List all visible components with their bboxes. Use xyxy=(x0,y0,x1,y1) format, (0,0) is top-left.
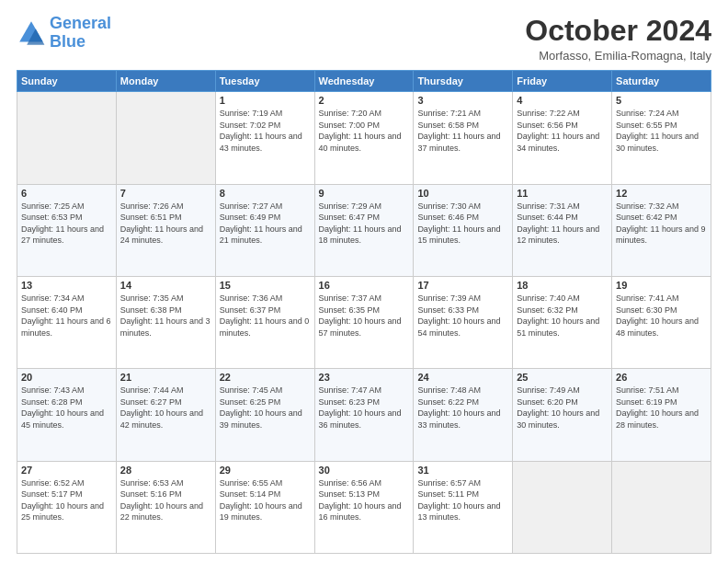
table-row: 12Sunrise: 7:32 AMSunset: 6:42 PMDayligh… xyxy=(612,184,711,276)
day-detail: Sunrise: 7:45 AMSunset: 6:25 PMDaylight:… xyxy=(220,385,311,431)
day-detail: Sunrise: 6:56 AMSunset: 5:13 PMDaylight:… xyxy=(319,477,410,523)
table-row xyxy=(116,92,215,184)
day-number: 14 xyxy=(120,280,211,291)
table-row: 5Sunrise: 7:24 AMSunset: 6:55 PMDaylight… xyxy=(612,92,711,184)
day-number: 28 xyxy=(120,465,211,476)
day-detail: Sunrise: 7:39 AMSunset: 6:33 PMDaylight:… xyxy=(417,293,508,339)
day-number: 31 xyxy=(417,465,508,476)
day-number: 4 xyxy=(517,95,608,106)
table-row: 11Sunrise: 7:31 AMSunset: 6:44 PMDayligh… xyxy=(513,184,612,276)
day-number: 21 xyxy=(120,372,211,383)
day-detail: Sunrise: 7:48 AMSunset: 6:22 PMDaylight:… xyxy=(417,385,508,431)
day-detail: Sunrise: 7:49 AMSunset: 6:20 PMDaylight:… xyxy=(517,385,608,431)
day-number: 2 xyxy=(319,95,410,106)
table-row: 26Sunrise: 7:51 AMSunset: 6:19 PMDayligh… xyxy=(612,369,711,461)
table-row: 27Sunrise: 6:52 AMSunset: 5:17 PMDayligh… xyxy=(17,461,117,553)
day-detail: Sunrise: 7:44 AMSunset: 6:27 PMDaylight:… xyxy=(120,385,211,431)
day-number: 24 xyxy=(417,372,508,383)
col-sunday: Sunday xyxy=(17,71,117,92)
table-row: 4Sunrise: 7:22 AMSunset: 6:56 PMDaylight… xyxy=(513,92,612,184)
table-row: 10Sunrise: 7:30 AMSunset: 6:46 PMDayligh… xyxy=(414,184,513,276)
day-detail: Sunrise: 7:40 AMSunset: 6:32 PMDaylight:… xyxy=(517,293,608,339)
table-row: 16Sunrise: 7:37 AMSunset: 6:35 PMDayligh… xyxy=(314,276,414,368)
col-saturday: Saturday xyxy=(612,71,711,92)
day-number: 19 xyxy=(616,280,707,291)
table-row: 23Sunrise: 7:47 AMSunset: 6:23 PMDayligh… xyxy=(314,369,414,461)
day-detail: Sunrise: 7:29 AMSunset: 6:47 PMDaylight:… xyxy=(319,201,410,247)
table-row: 6Sunrise: 7:25 AMSunset: 6:53 PMDaylight… xyxy=(17,184,117,276)
table-row: 21Sunrise: 7:44 AMSunset: 6:27 PMDayligh… xyxy=(116,369,215,461)
day-detail: Sunrise: 7:41 AMSunset: 6:30 PMDaylight:… xyxy=(616,293,707,339)
logo: General Blue xyxy=(17,15,111,52)
day-number: 6 xyxy=(21,188,112,199)
table-row: 20Sunrise: 7:43 AMSunset: 6:28 PMDayligh… xyxy=(17,369,117,461)
table-row: 7Sunrise: 7:26 AMSunset: 6:51 PMDaylight… xyxy=(116,184,215,276)
day-number: 18 xyxy=(517,280,608,291)
day-detail: Sunrise: 7:27 AMSunset: 6:49 PMDaylight:… xyxy=(220,201,311,247)
day-number: 22 xyxy=(220,372,311,383)
table-row xyxy=(612,461,711,553)
day-number: 23 xyxy=(319,372,410,383)
day-detail: Sunrise: 7:30 AMSunset: 6:46 PMDaylight:… xyxy=(417,201,508,247)
table-row: 3Sunrise: 7:21 AMSunset: 6:58 PMDaylight… xyxy=(414,92,513,184)
day-number: 5 xyxy=(616,95,707,106)
day-detail: Sunrise: 7:21 AMSunset: 6:58 PMDaylight:… xyxy=(417,108,508,154)
day-detail: Sunrise: 7:43 AMSunset: 6:28 PMDaylight:… xyxy=(21,385,112,431)
day-detail: Sunrise: 7:25 AMSunset: 6:53 PMDaylight:… xyxy=(21,201,112,247)
table-row: 17Sunrise: 7:39 AMSunset: 6:33 PMDayligh… xyxy=(414,276,513,368)
day-number: 9 xyxy=(319,188,410,199)
day-detail: Sunrise: 7:51 AMSunset: 6:19 PMDaylight:… xyxy=(616,385,707,431)
day-number: 7 xyxy=(120,188,211,199)
day-number: 12 xyxy=(616,188,707,199)
day-number: 17 xyxy=(417,280,508,291)
header: General Blue October 2024 Morfasso, Emil… xyxy=(17,15,711,63)
day-detail: Sunrise: 7:47 AMSunset: 6:23 PMDaylight:… xyxy=(319,385,410,431)
title-block: October 2024 Morfasso, Emilia-Romagna, I… xyxy=(525,15,711,63)
table-row: 25Sunrise: 7:49 AMSunset: 6:20 PMDayligh… xyxy=(513,369,612,461)
table-row: 28Sunrise: 6:53 AMSunset: 5:16 PMDayligh… xyxy=(116,461,215,553)
table-row: 18Sunrise: 7:40 AMSunset: 6:32 PMDayligh… xyxy=(513,276,612,368)
day-detail: Sunrise: 6:52 AMSunset: 5:17 PMDaylight:… xyxy=(21,477,112,523)
day-number: 10 xyxy=(417,188,508,199)
logo-line1: General xyxy=(50,14,111,32)
table-row xyxy=(17,92,117,184)
logo-icon xyxy=(17,18,46,48)
day-number: 13 xyxy=(21,280,112,291)
day-detail: Sunrise: 7:32 AMSunset: 6:42 PMDaylight:… xyxy=(616,201,707,247)
calendar-header-row: Sunday Monday Tuesday Wednesday Thursday… xyxy=(17,71,711,92)
page: General Blue October 2024 Morfasso, Emil… xyxy=(0,0,728,563)
day-detail: Sunrise: 7:20 AMSunset: 7:00 PMDaylight:… xyxy=(319,108,410,154)
day-number: 27 xyxy=(21,465,112,476)
day-number: 30 xyxy=(319,465,410,476)
day-detail: Sunrise: 7:19 AMSunset: 7:02 PMDaylight:… xyxy=(220,108,311,154)
day-detail: Sunrise: 7:37 AMSunset: 6:35 PMDaylight:… xyxy=(319,293,410,339)
day-number: 29 xyxy=(220,465,311,476)
table-row: 13Sunrise: 7:34 AMSunset: 6:40 PMDayligh… xyxy=(17,276,117,368)
table-row: 2Sunrise: 7:20 AMSunset: 7:00 PMDaylight… xyxy=(314,92,414,184)
day-detail: Sunrise: 6:57 AMSunset: 5:11 PMDaylight:… xyxy=(417,477,508,523)
table-row: 14Sunrise: 7:35 AMSunset: 6:38 PMDayligh… xyxy=(116,276,215,368)
table-row: 31Sunrise: 6:57 AMSunset: 5:11 PMDayligh… xyxy=(414,461,513,553)
day-number: 26 xyxy=(616,372,707,383)
col-thursday: Thursday xyxy=(414,71,513,92)
col-friday: Friday xyxy=(513,71,612,92)
table-row: 22Sunrise: 7:45 AMSunset: 6:25 PMDayligh… xyxy=(215,369,314,461)
table-row: 24Sunrise: 7:48 AMSunset: 6:22 PMDayligh… xyxy=(414,369,513,461)
calendar-table: Sunday Monday Tuesday Wednesday Thursday… xyxy=(17,70,711,554)
day-detail: Sunrise: 6:53 AMSunset: 5:16 PMDaylight:… xyxy=(120,477,211,523)
month-title: October 2024 xyxy=(525,15,711,47)
table-row: 8Sunrise: 7:27 AMSunset: 6:49 PMDaylight… xyxy=(215,184,314,276)
logo-line2: Blue xyxy=(50,32,85,51)
table-row: 30Sunrise: 6:56 AMSunset: 5:13 PMDayligh… xyxy=(314,461,414,553)
day-detail: Sunrise: 7:22 AMSunset: 6:56 PMDaylight:… xyxy=(517,108,608,154)
table-row: 15Sunrise: 7:36 AMSunset: 6:37 PMDayligh… xyxy=(215,276,314,368)
table-row: 29Sunrise: 6:55 AMSunset: 5:14 PMDayligh… xyxy=(215,461,314,553)
day-detail: Sunrise: 7:31 AMSunset: 6:44 PMDaylight:… xyxy=(517,201,608,247)
day-number: 16 xyxy=(319,280,410,291)
table-row: 9Sunrise: 7:29 AMSunset: 6:47 PMDaylight… xyxy=(314,184,414,276)
day-number: 25 xyxy=(517,372,608,383)
day-detail: Sunrise: 7:34 AMSunset: 6:40 PMDaylight:… xyxy=(21,293,112,339)
table-row: 1Sunrise: 7:19 AMSunset: 7:02 PMDaylight… xyxy=(215,92,314,184)
location: Morfasso, Emilia-Romagna, Italy xyxy=(525,49,711,63)
col-wednesday: Wednesday xyxy=(314,71,414,92)
